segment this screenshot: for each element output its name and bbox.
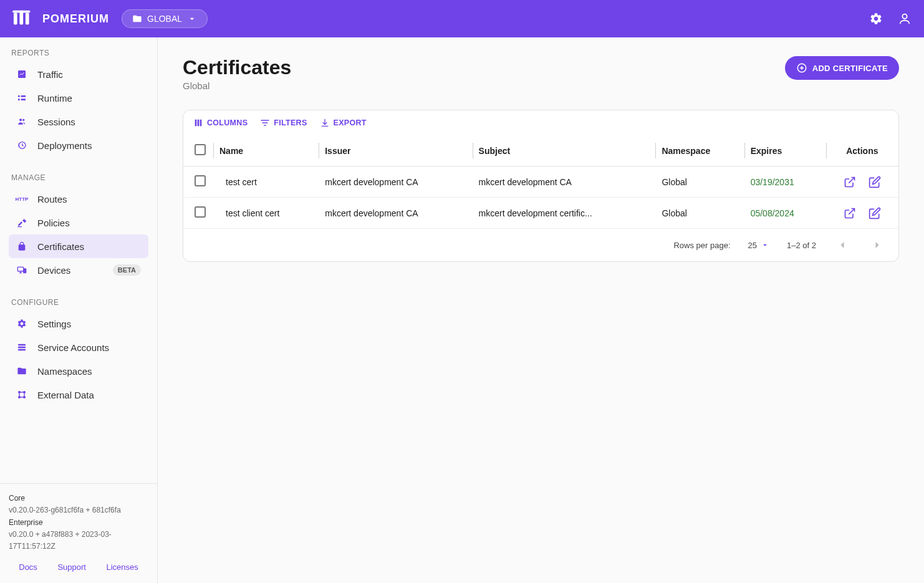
- svg-rect-15: [18, 344, 26, 346]
- page-subtitle: Global: [183, 80, 291, 91]
- sidebar-item-label: Routes: [37, 194, 67, 205]
- sidebar-item-external-data[interactable]: External Data: [9, 383, 148, 407]
- chevron-right-icon: [871, 239, 883, 251]
- brand-logo[interactable]: POMERIUM: [12, 10, 109, 27]
- sidebar-item-traffic[interactable]: Traffic: [9, 62, 148, 86]
- sidebar-item-label: Sessions: [37, 117, 75, 127]
- col-name[interactable]: Name: [213, 135, 319, 166]
- export-button[interactable]: EXPORT: [320, 118, 367, 128]
- table-row[interactable]: test client cert mkcert development CA m…: [183, 198, 898, 229]
- sidebar-item-label: Service Accounts: [37, 342, 109, 353]
- certificates-table: Name Issuer Subject Namespace Expires Ac…: [183, 135, 898, 229]
- cell-subject: mkcert development CA: [473, 166, 656, 198]
- sidebar-item-label: Policies: [37, 218, 70, 228]
- brand-logo-icon: [12, 10, 36, 27]
- col-namespace[interactable]: Namespace: [655, 135, 744, 166]
- sidebar-item-routes[interactable]: HTTPRoutes: [9, 187, 148, 211]
- col-expires[interactable]: Expires: [744, 135, 826, 166]
- sidebar-section-title: MANAGE: [9, 173, 148, 187]
- svg-point-19: [24, 392, 26, 393]
- sidebar-footer: Core v0.20.0-263-g681cf6fa + 681cf6fa En…: [0, 483, 157, 583]
- sidebar-item-policies[interactable]: Policies: [9, 211, 148, 234]
- sidebar-item-settings[interactable]: Settings: [9, 312, 148, 335]
- open-button[interactable]: [844, 207, 856, 219]
- row-checkbox[interactable]: [195, 175, 206, 186]
- sidebar-item-namespaces[interactable]: Namespaces: [9, 359, 148, 383]
- prev-page-button[interactable]: [834, 236, 851, 254]
- sidebar: REPORTSTrafficRuntimeSessionsDeployments…: [0, 37, 158, 583]
- folder-icon: [132, 14, 142, 24]
- svg-point-21: [24, 397, 26, 398]
- sidebar-item-label: External Data: [37, 390, 94, 400]
- next-page-button[interactable]: [869, 236, 886, 254]
- chevron-down-icon: [187, 14, 197, 24]
- col-actions: Actions: [826, 135, 898, 166]
- cell-namespace: Global: [655, 166, 744, 198]
- gear-icon: [16, 318, 27, 329]
- sidebar-item-devices[interactable]: DevicesBETA: [9, 258, 148, 282]
- col-issuer[interactable]: Issuer: [319, 135, 472, 166]
- namespace-selector[interactable]: GLOBAL: [122, 9, 208, 28]
- sidebar-item-label: Runtime: [37, 93, 72, 104]
- filter-icon: [260, 118, 270, 128]
- columns-icon: [193, 118, 203, 128]
- sidebar-item-label: Deployments: [37, 140, 92, 151]
- rows-per-page-select[interactable]: 25: [748, 241, 769, 250]
- col-subject[interactable]: Subject: [473, 135, 656, 166]
- people-icon: [16, 116, 27, 127]
- add-certificate-button[interactable]: ADD CERTIFICATE: [785, 56, 899, 80]
- row-checkbox[interactable]: [195, 206, 206, 218]
- beta-badge: BETA: [113, 264, 141, 276]
- columns-button[interactable]: COLUMNS: [193, 118, 248, 128]
- enterprise-label: Enterprise: [9, 517, 148, 529]
- sidebar-item-label: Devices: [37, 265, 70, 276]
- sidebar-item-certificates[interactable]: Certificates: [9, 234, 148, 258]
- cell-expires: 03/19/2031: [744, 166, 826, 198]
- svg-point-20: [19, 397, 21, 398]
- cell-name: test cert: [213, 166, 319, 198]
- dropdown-icon: [761, 241, 769, 249]
- svg-rect-9: [21, 99, 26, 100]
- table-row[interactable]: test cert mkcert development CA mkcert d…: [183, 166, 898, 198]
- sidebar-item-label: Traffic: [37, 69, 63, 80]
- sidebar-item-runtime[interactable]: Runtime: [9, 86, 148, 110]
- filters-button[interactable]: FILTERS: [260, 118, 307, 128]
- sidebar-item-label: Namespaces: [37, 366, 92, 377]
- page-range: 1–2 of 2: [787, 241, 816, 250]
- settings-icon-button[interactable]: [869, 12, 883, 26]
- sidebar-section-title: REPORTS: [9, 49, 148, 62]
- cell-issuer: mkcert development CA: [319, 166, 472, 198]
- account-icon-button[interactable]: [898, 12, 912, 26]
- gear-icon: [869, 12, 883, 26]
- svg-point-11: [22, 119, 24, 121]
- service-icon: [16, 342, 27, 353]
- gavel-icon: [16, 217, 27, 228]
- cell-namespace: Global: [655, 198, 744, 229]
- svg-rect-2: [26, 13, 29, 25]
- lock-icon: [16, 241, 27, 252]
- sidebar-item-service-accounts[interactable]: Service Accounts: [9, 335, 148, 359]
- svg-rect-7: [18, 99, 20, 100]
- core-label: Core: [9, 493, 148, 504]
- docs-link[interactable]: Docs: [19, 561, 37, 574]
- open-in-new-icon: [844, 176, 856, 188]
- open-button[interactable]: [844, 176, 856, 188]
- add-certificate-label: ADD CERTIFICATE: [812, 64, 888, 73]
- edit-icon: [869, 176, 881, 188]
- sidebar-item-deployments[interactable]: Deployments: [9, 133, 148, 157]
- edit-button[interactable]: [869, 176, 881, 188]
- svg-point-10: [19, 118, 22, 121]
- licenses-link[interactable]: Licenses: [106, 561, 138, 574]
- svg-rect-3: [12, 11, 31, 13]
- person-icon: [898, 12, 912, 26]
- core-version: v0.20.0-263-g681cf6fa + 681cf6fa: [9, 504, 148, 516]
- sidebar-item-label: Settings: [37, 319, 71, 329]
- cell-issuer: mkcert development CA: [319, 198, 472, 229]
- edit-button[interactable]: [869, 207, 881, 219]
- support-link[interactable]: Support: [57, 561, 86, 574]
- select-all-checkbox[interactable]: [195, 144, 206, 155]
- external-icon: [16, 389, 27, 400]
- svg-point-18: [19, 392, 21, 393]
- sidebar-item-sessions[interactable]: Sessions: [9, 110, 148, 133]
- svg-point-4: [902, 14, 907, 19]
